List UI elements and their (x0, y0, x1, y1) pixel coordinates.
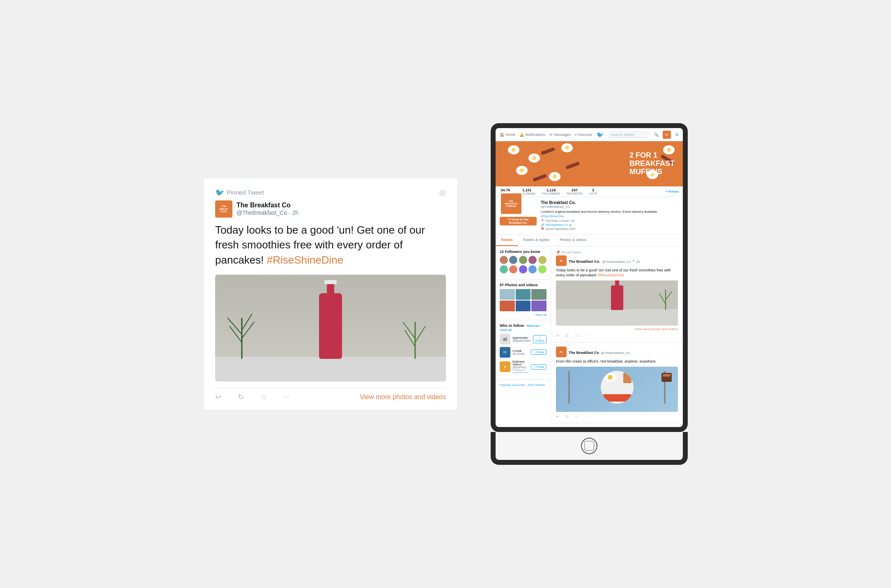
follower-avatar-7 (509, 265, 517, 273)
follower-avatar-2 (509, 256, 517, 264)
follow-creode-btn[interactable]: + Follow (531, 349, 547, 355)
tab-tweets-replies[interactable]: Tweets & replies (518, 234, 555, 246)
egg-icon-5 (549, 172, 560, 181)
more-icon-mini-2[interactable]: ··· (585, 414, 588, 419)
mini-tweet-1-image (556, 280, 678, 326)
follow-button-top[interactable]: + Follow (666, 190, 679, 193)
follower-avatar-6 (500, 265, 508, 273)
retweet-icon[interactable]: ↻ (238, 393, 244, 402)
reply-icon-mini[interactable]: ↩ (556, 333, 559, 338)
toast-on-plate (623, 373, 632, 383)
retweet-icon-mini-2[interactable]: ↻ (565, 414, 569, 419)
mini-tweet-avatar-2: BC (556, 347, 567, 357)
bacon-icon-2 (565, 161, 580, 169)
photo-thumb-1 (500, 289, 515, 300)
like-icon[interactable]: ☆ (260, 393, 267, 402)
mini-tweet-1-author: The Breakfast Co. @TheBreakfast_Co · 2h (569, 257, 640, 264)
mini-tweet-1: 📌 Pinned Tweet BC The Breakfast Co. @The… (551, 246, 683, 342)
tweet-to-button[interactable]: ✎ Tweet to The Breakfast Co. (500, 217, 537, 225)
mini-tweet-avatar-1: BC (556, 255, 567, 266)
nav-discover[interactable]: # Discover (575, 133, 592, 137)
tweet-header: THEBREAKFAST The Breakfast Co @TheBreakf… (215, 200, 446, 218)
mini-tweet-2: BC The Breakfast Co @TheBreakfast_Co ⋯ F… (551, 342, 683, 423)
coffee-surface (663, 374, 671, 377)
photo-thumb-4 (500, 301, 515, 311)
tab-tweets[interactable]: Tweets (496, 234, 518, 246)
svg-line-4 (242, 314, 252, 330)
more-icon-2[interactable]: ⋯ (674, 350, 678, 354)
followers-grid (500, 256, 547, 273)
author-handle: @TheBreakfast_Co (237, 209, 287, 216)
tweet-actions: ↩ ↻ ☆ ··· View more photos and videos (215, 388, 446, 402)
more-icon[interactable]: ··· (283, 393, 289, 402)
search-box[interactable]: Search Twitter (608, 131, 650, 138)
pin-icon: 🐦 (215, 188, 224, 197)
mini-tweet-2-image (556, 367, 678, 412)
photos-widget: 87 Photos and videos View all (496, 280, 551, 320)
tab-photos-videos[interactable]: Photos & videos (555, 234, 591, 246)
who-follow-item-1: ai Appleinsider @appleinsider + Follow (500, 334, 547, 345)
view-more-link-1[interactable]: View more photos and videos (556, 327, 678, 331)
author-info: The Breakfast Co @TheBreakfast_Co · 2h (237, 202, 299, 216)
plant-right-icon (401, 314, 429, 359)
tablet-home-button[interactable] (581, 438, 597, 454)
bg-table (215, 357, 446, 381)
smoothie-bottle (319, 280, 342, 359)
follower-avatar-5 (538, 256, 547, 264)
profile-website: 🔗 thebreakfastco.co.uk (541, 223, 679, 227)
twitter-logo-icon: 🐦 (597, 131, 604, 138)
more-icon-1[interactable]: ⋯ (674, 258, 678, 263)
beans-on-plate (603, 394, 632, 402)
nav-notifications[interactable]: 🔔 Notifications (519, 133, 545, 137)
nav-messages[interactable]: ✉ Messages (549, 133, 571, 137)
tweet-time: · 2h (289, 209, 299, 216)
author-name: The Breakfast Co (237, 202, 299, 209)
wf-avatar-epiphany: E (500, 361, 510, 372)
fork-icon (568, 371, 570, 404)
nav-home[interactable]: 🏠 Home (500, 133, 515, 137)
bacon-icon-1 (541, 147, 556, 155)
egg-icon-1 (508, 145, 519, 154)
profile-joined: 📅 Joined September 2007 (541, 227, 679, 231)
like-icon-mini[interactable]: ☆ (575, 333, 579, 338)
nav-settings-icon[interactable]: ⚙ (675, 132, 679, 137)
svg-line-7 (403, 322, 415, 338)
mini-smoothie-bottle (611, 280, 623, 310)
follow-epiphany-btn[interactable]: + Follow (531, 364, 547, 370)
profile-bio: London's original breakfast and brunch d… (541, 210, 679, 218)
view-all-photos-link[interactable]: View all (500, 313, 547, 317)
view-more-link[interactable]: View more photos and videos (360, 393, 446, 401)
pin-icon-mini: 📌 (556, 250, 560, 254)
nav-user-avatar: BC (663, 131, 671, 139)
tweet-hashtag: #RiseShineDine (267, 254, 343, 266)
pinned-label: Pinned Tweet (227, 189, 264, 196)
twitter-left-sidebar: 12 Followers you know (496, 246, 551, 427)
egg-icon-2 (528, 154, 540, 163)
retweet-icon-mini[interactable]: ↻ (565, 333, 569, 338)
like-icon-mini-2[interactable]: ☆ (575, 414, 579, 419)
stat-lists: 2 LISTS (589, 188, 597, 195)
twitter-banner: 2 FOR 1 BREAKFAST MUFFINS (496, 141, 683, 186)
wf-info-epiphany: Epiphany Search @EpiPhen... Followed by … (512, 360, 529, 374)
reply-icon-mini-2[interactable]: ↩ (556, 414, 559, 419)
more-icon-mini[interactable]: ··· (585, 333, 588, 338)
bio-hashtag: #RiseShineDine (541, 214, 564, 218)
search-icon[interactable]: 🔍 (654, 132, 659, 137)
svg-line-1 (230, 326, 242, 342)
popular-links: Popular accounts · Find friends (496, 380, 551, 390)
mini-bg-table (556, 309, 678, 326)
follow-appleinsider-btn[interactable]: + Follow (533, 335, 547, 343)
reply-icon[interactable]: ↩ (215, 393, 221, 402)
follower-avatar-1 (500, 256, 508, 264)
wf-avatar-appleinsider: ai (500, 334, 510, 345)
twitter-right-col: 📌 Pinned Tweet BC The Breakfast Co. @The… (551, 246, 683, 427)
profile-avatar: THEBREAKFASTCOMPANY (500, 192, 523, 215)
egg-yolk (608, 375, 613, 380)
mini-tweet-2-actions: ↩ ↻ ☆ ··· (556, 414, 678, 419)
profile-location: 📍 City Road, London, UK (541, 219, 679, 223)
profile-name: The Breakfast Co. (541, 200, 679, 205)
photo-thumb-2 (516, 289, 531, 300)
wf-info-creode: Creode @Creode (512, 349, 529, 355)
profile-stats-bar: 34.7K TWEETS 1,101 FOLLOWING 1,118 FOLLO… (496, 186, 683, 197)
svg-line-8 (415, 326, 425, 342)
